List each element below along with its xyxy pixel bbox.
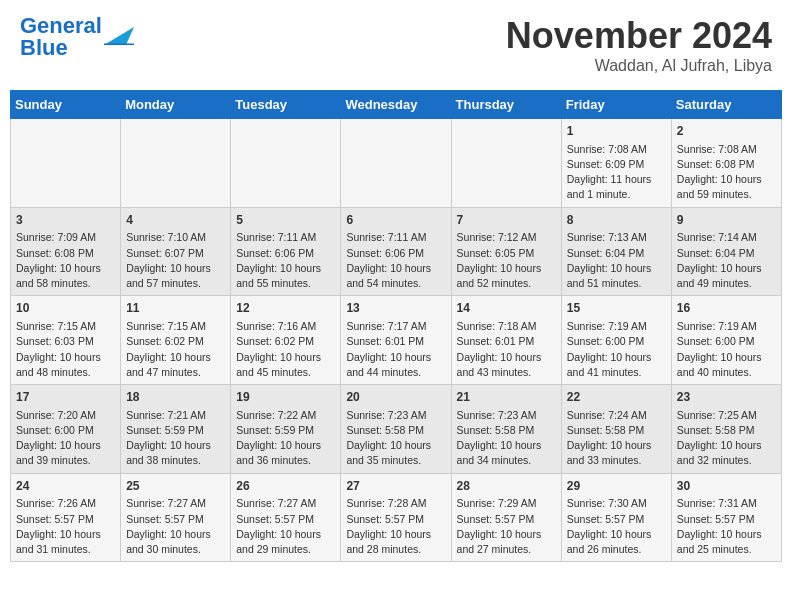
logo-text: General Blue: [20, 15, 102, 59]
week-row-3: 10Sunrise: 7:15 AM Sunset: 6:03 PM Dayli…: [11, 296, 782, 385]
day-number: 9: [677, 212, 776, 229]
weekday-header-thursday: Thursday: [451, 91, 561, 119]
cell-content: Sunrise: 7:27 AM Sunset: 5:57 PM Dayligh…: [126, 496, 225, 557]
calendar-cell: 6Sunrise: 7:11 AM Sunset: 6:06 PM Daylig…: [341, 207, 451, 296]
weekday-header-sunday: Sunday: [11, 91, 121, 119]
cell-content: Sunrise: 7:13 AM Sunset: 6:04 PM Dayligh…: [567, 230, 666, 291]
day-number: 4: [126, 212, 225, 229]
calendar-cell: 4Sunrise: 7:10 AM Sunset: 6:07 PM Daylig…: [121, 207, 231, 296]
week-row-1: 1Sunrise: 7:08 AM Sunset: 6:09 PM Daylig…: [11, 119, 782, 208]
calendar-cell: 24Sunrise: 7:26 AM Sunset: 5:57 PM Dayli…: [11, 473, 121, 562]
calendar-cell: 14Sunrise: 7:18 AM Sunset: 6:01 PM Dayli…: [451, 296, 561, 385]
day-number: 20: [346, 389, 445, 406]
logo: General Blue: [20, 15, 134, 59]
day-number: 14: [457, 300, 556, 317]
calendar-table: SundayMondayTuesdayWednesdayThursdayFrid…: [10, 90, 782, 562]
week-row-2: 3Sunrise: 7:09 AM Sunset: 6:08 PM Daylig…: [11, 207, 782, 296]
week-row-4: 17Sunrise: 7:20 AM Sunset: 6:00 PM Dayli…: [11, 385, 782, 474]
calendar-cell: 15Sunrise: 7:19 AM Sunset: 6:00 PM Dayli…: [561, 296, 671, 385]
calendar-cell: [231, 119, 341, 208]
location-subtitle: Waddan, Al Jufrah, Libya: [506, 57, 772, 75]
day-number: 21: [457, 389, 556, 406]
cell-content: Sunrise: 7:25 AM Sunset: 5:58 PM Dayligh…: [677, 408, 776, 469]
calendar-cell: 8Sunrise: 7:13 AM Sunset: 6:04 PM Daylig…: [561, 207, 671, 296]
calendar-cell: 22Sunrise: 7:24 AM Sunset: 5:58 PM Dayli…: [561, 385, 671, 474]
day-number: 2: [677, 123, 776, 140]
cell-content: Sunrise: 7:23 AM Sunset: 5:58 PM Dayligh…: [457, 408, 556, 469]
weekday-header-friday: Friday: [561, 91, 671, 119]
calendar-cell: 13Sunrise: 7:17 AM Sunset: 6:01 PM Dayli…: [341, 296, 451, 385]
week-row-5: 24Sunrise: 7:26 AM Sunset: 5:57 PM Dayli…: [11, 473, 782, 562]
calendar-cell: 12Sunrise: 7:16 AM Sunset: 6:02 PM Dayli…: [231, 296, 341, 385]
logo-icon: [104, 17, 134, 45]
day-number: 30: [677, 478, 776, 495]
calendar-cell: 30Sunrise: 7:31 AM Sunset: 5:57 PM Dayli…: [671, 473, 781, 562]
day-number: 28: [457, 478, 556, 495]
calendar-cell: 11Sunrise: 7:15 AM Sunset: 6:02 PM Dayli…: [121, 296, 231, 385]
weekday-header-wednesday: Wednesday: [341, 91, 451, 119]
calendar-cell: 27Sunrise: 7:28 AM Sunset: 5:57 PM Dayli…: [341, 473, 451, 562]
day-number: 17: [16, 389, 115, 406]
cell-content: Sunrise: 7:24 AM Sunset: 5:58 PM Dayligh…: [567, 408, 666, 469]
page-header: General Blue November 2024 Waddan, Al Ju…: [10, 10, 782, 80]
weekday-header-monday: Monday: [121, 91, 231, 119]
day-number: 13: [346, 300, 445, 317]
day-number: 23: [677, 389, 776, 406]
weekday-header-saturday: Saturday: [671, 91, 781, 119]
day-number: 5: [236, 212, 335, 229]
cell-content: Sunrise: 7:27 AM Sunset: 5:57 PM Dayligh…: [236, 496, 335, 557]
calendar-cell: [121, 119, 231, 208]
cell-content: Sunrise: 7:11 AM Sunset: 6:06 PM Dayligh…: [236, 230, 335, 291]
day-number: 27: [346, 478, 445, 495]
cell-content: Sunrise: 7:18 AM Sunset: 6:01 PM Dayligh…: [457, 319, 556, 380]
cell-content: Sunrise: 7:19 AM Sunset: 6:00 PM Dayligh…: [567, 319, 666, 380]
cell-content: Sunrise: 7:16 AM Sunset: 6:02 PM Dayligh…: [236, 319, 335, 380]
cell-content: Sunrise: 7:21 AM Sunset: 5:59 PM Dayligh…: [126, 408, 225, 469]
day-number: 7: [457, 212, 556, 229]
calendar-cell: 2Sunrise: 7:08 AM Sunset: 6:08 PM Daylig…: [671, 119, 781, 208]
title-block: November 2024 Waddan, Al Jufrah, Libya: [506, 15, 772, 75]
calendar-cell: 16Sunrise: 7:19 AM Sunset: 6:00 PM Dayli…: [671, 296, 781, 385]
day-number: 18: [126, 389, 225, 406]
calendar-cell: 3Sunrise: 7:09 AM Sunset: 6:08 PM Daylig…: [11, 207, 121, 296]
cell-content: Sunrise: 7:08 AM Sunset: 6:09 PM Dayligh…: [567, 142, 666, 203]
cell-content: Sunrise: 7:22 AM Sunset: 5:59 PM Dayligh…: [236, 408, 335, 469]
cell-content: Sunrise: 7:23 AM Sunset: 5:58 PM Dayligh…: [346, 408, 445, 469]
calendar-cell: 19Sunrise: 7:22 AM Sunset: 5:59 PM Dayli…: [231, 385, 341, 474]
cell-content: Sunrise: 7:29 AM Sunset: 5:57 PM Dayligh…: [457, 496, 556, 557]
calendar-cell: 28Sunrise: 7:29 AM Sunset: 5:57 PM Dayli…: [451, 473, 561, 562]
cell-content: Sunrise: 7:11 AM Sunset: 6:06 PM Dayligh…: [346, 230, 445, 291]
day-number: 19: [236, 389, 335, 406]
calendar-cell: 5Sunrise: 7:11 AM Sunset: 6:06 PM Daylig…: [231, 207, 341, 296]
calendar-cell: 1Sunrise: 7:08 AM Sunset: 6:09 PM Daylig…: [561, 119, 671, 208]
day-number: 16: [677, 300, 776, 317]
day-number: 11: [126, 300, 225, 317]
day-number: 29: [567, 478, 666, 495]
cell-content: Sunrise: 7:08 AM Sunset: 6:08 PM Dayligh…: [677, 142, 776, 203]
calendar-cell: 26Sunrise: 7:27 AM Sunset: 5:57 PM Dayli…: [231, 473, 341, 562]
calendar-cell: [451, 119, 561, 208]
day-number: 25: [126, 478, 225, 495]
day-number: 26: [236, 478, 335, 495]
weekday-header-tuesday: Tuesday: [231, 91, 341, 119]
cell-content: Sunrise: 7:14 AM Sunset: 6:04 PM Dayligh…: [677, 230, 776, 291]
calendar-cell: 20Sunrise: 7:23 AM Sunset: 5:58 PM Dayli…: [341, 385, 451, 474]
month-title: November 2024: [506, 15, 772, 57]
weekday-header-row: SundayMondayTuesdayWednesdayThursdayFrid…: [11, 91, 782, 119]
day-number: 12: [236, 300, 335, 317]
calendar-cell: 7Sunrise: 7:12 AM Sunset: 6:05 PM Daylig…: [451, 207, 561, 296]
calendar-cell: 9Sunrise: 7:14 AM Sunset: 6:04 PM Daylig…: [671, 207, 781, 296]
cell-content: Sunrise: 7:26 AM Sunset: 5:57 PM Dayligh…: [16, 496, 115, 557]
calendar-cell: 18Sunrise: 7:21 AM Sunset: 5:59 PM Dayli…: [121, 385, 231, 474]
calendar-cell: 29Sunrise: 7:30 AM Sunset: 5:57 PM Dayli…: [561, 473, 671, 562]
day-number: 24: [16, 478, 115, 495]
day-number: 22: [567, 389, 666, 406]
calendar-cell: 25Sunrise: 7:27 AM Sunset: 5:57 PM Dayli…: [121, 473, 231, 562]
calendar-cell: 10Sunrise: 7:15 AM Sunset: 6:03 PM Dayli…: [11, 296, 121, 385]
day-number: 1: [567, 123, 666, 140]
calendar-cell: [11, 119, 121, 208]
cell-content: Sunrise: 7:09 AM Sunset: 6:08 PM Dayligh…: [16, 230, 115, 291]
cell-content: Sunrise: 7:15 AM Sunset: 6:03 PM Dayligh…: [16, 319, 115, 380]
calendar-cell: 23Sunrise: 7:25 AM Sunset: 5:58 PM Dayli…: [671, 385, 781, 474]
cell-content: Sunrise: 7:12 AM Sunset: 6:05 PM Dayligh…: [457, 230, 556, 291]
